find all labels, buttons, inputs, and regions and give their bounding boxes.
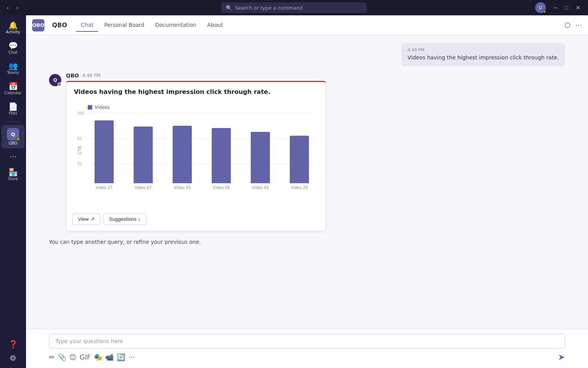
sidebar-item-activity[interactable]: 🔔 Activity [2,18,24,37]
bar-video67-rect [134,127,153,183]
bars-container: Video 27 Video 67 [88,113,316,190]
gif-icon[interactable]: GIF [80,353,91,361]
bar-video27-rect [95,120,114,183]
bar-label-video27: Video 27 [96,186,113,190]
send-button[interactable]: ➤ [558,352,565,362]
sidebar-item-teams[interactable]: 👥 Teams [2,59,24,78]
suggestions-button[interactable]: Suggestions ↕ [103,214,146,225]
bar-video58-rect [212,128,231,183]
app-container: 🔔 Activity 💬 Chat 👥 Teams 📅 Calendar 📄 F… [0,15,588,368]
search-icon: 🔍 [226,5,232,11]
bar-label-video43: Video 43 [174,186,191,190]
nav-back-button[interactable]: ‹ [5,3,11,12]
chat-body: 4:48 PM Videos having the highest impres… [26,35,588,329]
tab-about[interactable]: About [203,19,227,32]
activity-icon: 🔔 [8,21,18,29]
card-title: Videos having the highest impression cli… [74,88,318,95]
sidebar-item-files[interactable]: 📄 Files [2,100,24,118]
bar-video29: Video 29 [283,113,316,190]
avatar[interactable]: U [535,2,546,13]
open-external-icon[interactable]: ⬡ [565,21,571,29]
chart-legend: Videos [88,105,320,110]
nav-tabs: Chat Personal Board Documentation About [76,19,227,32]
emoji-icon[interactable]: 😊 [69,353,77,361]
online-status-indicator [543,10,546,13]
maximize-button[interactable]: □ [562,4,571,12]
bar-video29-rect [290,136,309,183]
search-bar[interactable]: 🔍 Search or type a command [221,2,367,13]
app-name: QBO [52,21,67,29]
bot-message-container: Q QBO 4:48 PM Videos having the highest … [49,72,565,231]
loop-icon[interactable]: 🔄 [117,353,125,361]
window-controls: ─ □ ✕ [550,4,583,12]
sidebar-item-settings[interactable]: ⚙️ [2,351,24,365]
chat-input[interactable]: Type your questions here [49,334,565,348]
sidebar-item-help[interactable]: ❓ [2,337,24,351]
nav-forward-button[interactable]: › [14,3,21,12]
sidebar: 🔔 Activity 💬 Chat 👥 Teams 📅 Calendar 📄 F… [0,15,26,368]
suggestions-label: Suggestions [109,216,137,222]
bot-name-row: QBO 4:48 PM [66,72,326,79]
tab-chat[interactable]: Chat [76,19,98,32]
sidebar-bottom: ❓ ⚙️ [2,337,24,365]
bot-avatar: Q [49,74,61,86]
qbo-app-icon: Q [7,128,19,140]
meeting-icon[interactable]: 📹 [105,353,114,361]
bar-video58: Video 58 [205,113,238,190]
more-options-icon[interactable]: ··· [575,21,582,29]
format-icon[interactable]: ✏️ [49,353,55,361]
chat-icon: 💬 [8,42,18,49]
sidebar-label-activity: Activity [6,30,20,34]
bar-video67: Video 67 [127,113,160,190]
files-icon: 📄 [8,103,18,110]
sidebar-label-teams: Teams [7,71,19,75]
content-area: QBO QBO Chat Personal Board Documentatio… [26,15,588,368]
bar-video43-rect [173,126,192,183]
tab-documentation[interactable]: Documentation [150,19,201,32]
legend-label: Videos [95,105,110,110]
bar-label-video29: Video 29 [291,186,308,190]
store-icon: 🏪 [8,168,18,176]
bot-message-content: QBO 4:48 PM Videos having the highest im… [66,72,326,231]
minimize-button[interactable]: ─ [550,4,560,12]
attach-icon[interactable]: 📎 [58,353,66,361]
top-nav-actions: ⬡ ··· [565,21,582,29]
sidebar-label-chat: Chat [8,50,17,54]
input-toolbar: ✏️ 📎 😊 GIF 🎭 📹 🔄 ··· ➤ [49,352,565,362]
bar-label-video67: Video 67 [135,186,152,190]
bar-video43: Video 43 [166,113,199,190]
suggestions-icon: ↕ [138,216,141,222]
sidebar-item-qbo[interactable]: Q QBO [2,125,24,148]
sidebar-item-chat[interactable]: 💬 Chat [2,39,24,58]
bot-card: Videos having the highest impression cli… [66,81,326,231]
more-toolbar-icon[interactable]: ··· [128,353,135,361]
sidebar-item-more[interactable]: ··· [2,150,24,164]
sticker-icon[interactable]: 🎭 [94,353,102,361]
qbo-status-dot [16,137,20,141]
bot-message-time: 4:48 PM [82,73,100,78]
user-message-container: 4:48 PM Videos having the highest impres… [49,43,565,66]
view-label: View [78,216,89,222]
sidebar-label-store: Store [8,177,18,181]
follow-up-text: You can type another query, or refine yo… [49,237,565,246]
bar-video27: Video 27 [88,113,121,190]
sidebar-item-store[interactable]: 🏪 Store [2,165,24,184]
y-axis-label: CTR [77,146,82,154]
user-message-time: 4:48 PM [407,48,559,53]
calendar-icon: 📅 [8,82,18,90]
top-nav: QBO QBO Chat Personal Board Documentatio… [26,15,588,35]
bot-status-dot [57,82,61,86]
bar-label-video58: Video 58 [213,186,230,190]
card-body: Videos CTR 100 60 30 [66,99,326,210]
chart-area-wrapper: CTR 100 60 30 [88,113,316,201]
title-bar: ‹ › 🔍 Search or type a command U ─ □ ✕ [0,0,588,15]
tab-personal-board[interactable]: Personal Board [100,19,149,32]
help-icon: ❓ [8,340,18,348]
close-button[interactable]: ✕ [573,4,583,12]
sidebar-item-calendar[interactable]: 📅 Calendar [2,79,24,98]
teams-icon: 👥 [8,62,18,70]
sidebar-label-calendar: Calendar [5,91,22,95]
view-button[interactable]: View ↗ [72,214,100,225]
card-header: Videos having the highest impression cli… [66,82,326,99]
sidebar-label-qbo: QBO [9,141,17,145]
